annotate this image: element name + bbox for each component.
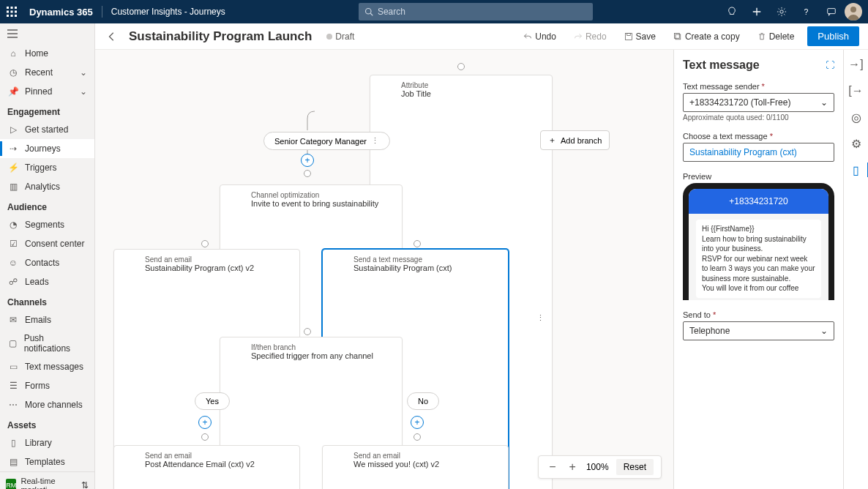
nav-group-engagement: Engagement [0, 101, 94, 120]
nav-more-channels[interactable]: ⋯More channels [0, 395, 94, 414]
node-send-email-no[interactable]: ✉ Send an emailWe missed you! (cxt) v2 ⋮ [322, 445, 509, 489]
nav-text-messages[interactable]: ▭Text messages [0, 357, 94, 376]
zoom-out-button[interactable]: − [546, 460, 558, 474]
plus-icon: ＋ [548, 135, 556, 146]
node-subtitle: Channel optimization [251, 191, 378, 199]
message-lookup[interactable]: Sustainability Program (cxt) [683, 143, 834, 162]
nav-collapse-button[interactable] [0, 23, 94, 44]
right-icon-rail: →] [→ ◎ ⚙ ▯ [843, 50, 868, 489]
svg-rect-1 [11, 7, 13, 9]
no-pill[interactable]: No [407, 392, 439, 410]
nav-forms[interactable]: ☰Forms [0, 376, 94, 395]
rail-exit-icon[interactable]: [→ [849, 83, 864, 98]
templates-icon: ▤ [7, 456, 19, 468]
help-icon[interactable]: ? [795, 0, 818, 23]
yes-pill[interactable]: Yes [195, 392, 230, 410]
create-copy-button[interactable]: Create a copy [669, 29, 744, 45]
nav-journeys[interactable]: ⇢Journeys [0, 139, 94, 158]
nav-group-assets: Assets [0, 414, 94, 433]
command-bar: Sustainability Program Launch Draft Undo… [95, 23, 868, 50]
app-launcher-icon[interactable] [0, 0, 23, 23]
node-menu-icon[interactable]: ⋮ [529, 313, 545, 323]
trash-icon [757, 32, 766, 41]
node-subtitle: If/then branch [251, 343, 373, 351]
preview-label: Preview [683, 172, 834, 181]
area-switcher[interactable]: RM Real-time marketi... ⇅ [0, 471, 94, 489]
nav-consent-center[interactable]: ☑Consent center [0, 234, 94, 253]
save-button[interactable]: Save [620, 29, 660, 45]
plus-icon[interactable] [745, 0, 768, 23]
mail-icon: ✉ [7, 314, 19, 326]
panel-expand-icon[interactable]: ⛶ [826, 60, 834, 70]
nav-triggers[interactable]: ⚡Triggers [0, 158, 94, 177]
pin-icon: 📌 [7, 86, 19, 97]
zoom-in-button[interactable]: + [566, 460, 579, 474]
nav-label: Emails [25, 315, 51, 325]
sender-label: Text message sender [683, 82, 834, 91]
delete-button[interactable]: Delete [753, 29, 799, 45]
properties-panel: Text message ⛶ Text message sender +1833… [673, 50, 843, 489]
nav-segments[interactable]: ◔Segments [0, 215, 94, 234]
nav-home[interactable]: ⌂Home [0, 44, 94, 63]
nav-library[interactable]: ▯Library [0, 433, 94, 452]
branch-label: Senior Category Manager [274, 137, 367, 146]
svg-rect-3 [7, 11, 9, 13]
sendto-select[interactable]: Telephone ⌄ [683, 321, 834, 340]
chart-icon: ▥ [7, 181, 19, 193]
person-icon: ☺ [7, 257, 19, 269]
nav-get-started[interactable]: ▷Get started [0, 120, 94, 139]
sms-icon: ▭ [7, 361, 19, 373]
svg-rect-17 [676, 34, 681, 40]
nav-leads[interactable]: ☍Leads [0, 272, 94, 291]
nav-recent[interactable]: ◷Recent⌄ [0, 63, 94, 82]
sendto-value: Telephone [689, 326, 730, 336]
flow-dot [414, 240, 421, 247]
library-icon: ▯ [7, 437, 19, 449]
node-send-email-yes[interactable]: ✉ Send an emailPost Attendance Email (cx… [113, 445, 300, 489]
branch-pill[interactable]: Senior Category Manager ⋮ [263, 132, 390, 150]
nav-analytics[interactable]: ▥Analytics [0, 177, 94, 196]
rail-goal-icon[interactable]: ◎ [849, 110, 864, 124]
zoom-reset-button[interactable]: Reset [616, 459, 654, 475]
global-search[interactable]: Search [359, 3, 593, 20]
redo-button[interactable]: Redo [569, 29, 611, 45]
publish-button[interactable]: Publish [807, 26, 859, 46]
cmd-label: Undo [535, 31, 556, 42]
chevron-down-icon: ⌄ [820, 326, 828, 336]
add-step-button[interactable]: + [198, 416, 212, 429]
messenger-icon[interactable] [820, 0, 843, 23]
nav-label: Analytics [25, 182, 60, 192]
sender-select[interactable]: +18334231720 (Toll-Free) ⌄ [683, 93, 834, 112]
zoom-control: − + 100% Reset [538, 455, 662, 479]
svg-rect-18 [674, 33, 679, 38]
rail-settings-icon[interactable]: ⚙ [849, 136, 864, 151]
add-step-button[interactable]: + [411, 416, 424, 429]
chevron-updown-icon: ⇅ [81, 480, 89, 489]
chevron-down-icon: ⌄ [80, 86, 87, 97]
nav-label: More channels [25, 400, 83, 410]
back-button[interactable] [104, 29, 120, 45]
pill-menu-icon[interactable]: ⋮ [371, 136, 379, 146]
undo-button[interactable]: Undo [519, 29, 561, 45]
nav-label: Consent center [25, 239, 84, 249]
rail-phone-icon[interactable]: ▯ [849, 163, 864, 177]
journey-canvas[interactable]: ◇ AttributeJob Title ⋮ Senior Category M… [95, 50, 673, 489]
add-branch-button[interactable]: ＋ Add branch [540, 130, 610, 150]
add-step-button[interactable]: + [301, 154, 314, 167]
journey-icon: ⇢ [7, 143, 19, 154]
nav-emails[interactable]: ✉Emails [0, 310, 94, 329]
node-subtitle: Send a text message [353, 255, 452, 264]
nav-contacts[interactable]: ☺Contacts [0, 253, 94, 272]
lightbulb-icon[interactable] [720, 0, 744, 23]
status-text: Draft [335, 31, 354, 42]
page-title: Sustainability Program Launch [129, 29, 312, 44]
nav-templates[interactable]: ▤Templates [0, 452, 94, 471]
user-avatar[interactable] [845, 3, 862, 20]
add-branch-label: Add branch [561, 136, 602, 145]
status-badge: Draft [326, 31, 354, 42]
nav-push[interactable]: ▢Push notifications [0, 329, 94, 357]
rail-enter-icon[interactable]: →] [849, 57, 864, 72]
gear-icon[interactable] [770, 0, 793, 23]
brand-label: Dynamics 365 [23, 7, 99, 18]
nav-pinned[interactable]: 📌Pinned⌄ [0, 82, 94, 101]
